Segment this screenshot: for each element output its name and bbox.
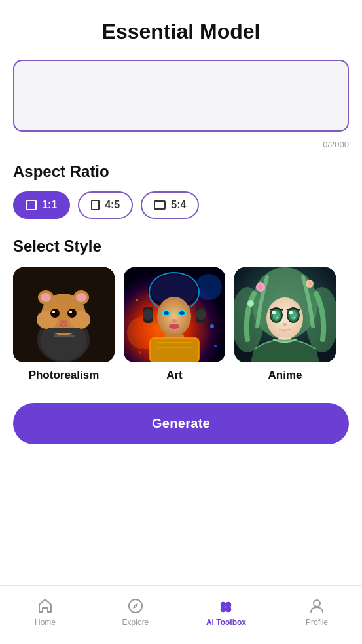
svg-rect-17 — [47, 328, 81, 333]
style-item-anime[interactable]: Anime — [234, 267, 336, 382]
ai-toolbox-nav-label: AI Toolbox — [206, 618, 246, 627]
char-count: 0/2000 — [13, 140, 349, 149]
anime-image — [234, 267, 336, 362]
nav-item-profile[interactable]: Profile — [297, 597, 336, 627]
svg-point-7 — [41, 293, 51, 302]
svg-point-43 — [214, 345, 217, 347]
svg-point-28 — [179, 311, 185, 315]
svg-point-52 — [247, 300, 254, 307]
svg-point-71 — [314, 600, 320, 607]
anime-label: Anime — [268, 369, 302, 382]
style-item-art[interactable]: Art — [124, 267, 225, 382]
svg-point-9 — [76, 293, 86, 302]
aspect-ratio-section: Aspect Ratio 1:1 4:5 5:4 — [13, 162, 349, 237]
style-label: Select Style — [13, 237, 349, 256]
svg-point-31 — [143, 309, 153, 320]
style-item-photorealism[interactable]: Photorealism — [13, 267, 115, 382]
svg-point-60 — [272, 311, 276, 314]
aspect-label-4-5: 4:5 — [105, 199, 120, 211]
svg-point-51 — [308, 282, 312, 286]
aspect-btn-1-1[interactable]: 1:1 — [13, 191, 70, 219]
aspect-btn-5-4[interactable]: 5:4 — [141, 191, 199, 219]
svg-point-11 — [67, 309, 77, 318]
nav-item-explore[interactable]: Explore — [116, 597, 155, 627]
svg-point-24 — [157, 297, 191, 336]
svg-point-13 — [69, 311, 72, 313]
portrait-icon — [91, 200, 100, 210]
landscape-icon — [154, 200, 166, 210]
home-icon — [36, 597, 54, 615]
aspect-ratio-row: 1:1 4:5 5:4 — [13, 191, 349, 219]
svg-point-34 — [169, 324, 179, 329]
svg-point-12 — [52, 311, 55, 313]
user-icon — [308, 597, 326, 615]
svg-point-64 — [283, 323, 287, 326]
svg-rect-16 — [54, 335, 75, 337]
home-nav-label: Home — [35, 618, 56, 627]
aspect-label-1-1: 1:1 — [42, 199, 57, 211]
profile-nav-label: Profile — [306, 618, 328, 627]
svg-point-14 — [60, 320, 67, 325]
nav-item-ai-toolbox[interactable]: AI Toolbox — [206, 597, 246, 627]
art-image — [124, 267, 225, 362]
bottom-nav: Home Explore AI Toolbox — [0, 585, 362, 644]
aspect-label-5-4: 5:4 — [171, 199, 186, 211]
svg-point-69 — [221, 607, 226, 612]
svg-point-61 — [289, 311, 293, 314]
explore-nav-label: Explore — [122, 618, 149, 627]
svg-point-10 — [50, 309, 60, 318]
style-section: Select Style — [13, 237, 349, 403]
svg-rect-36 — [150, 338, 199, 362]
styles-grid: Photorealism — [13, 267, 349, 382]
svg-point-70 — [226, 607, 231, 612]
svg-point-41 — [210, 324, 214, 328]
svg-point-27 — [164, 311, 169, 315]
svg-point-66 — [129, 599, 142, 613]
square-icon — [26, 200, 37, 210]
nav-item-home[interactable]: Home — [26, 597, 65, 627]
svg-point-40 — [136, 299, 138, 301]
svg-point-33 — [172, 319, 177, 323]
prompt-input[interactable] — [13, 60, 349, 132]
aspect-ratio-label: Aspect Ratio — [13, 162, 349, 181]
photorealism-label: Photorealism — [29, 369, 100, 382]
compass-icon — [126, 597, 145, 615]
svg-point-32 — [196, 309, 206, 320]
art-label: Art — [166, 369, 183, 382]
prompt-wrapper — [13, 60, 349, 134]
photorealism-image — [13, 267, 115, 362]
dots-icon — [217, 597, 235, 615]
page-title: Essential Model — [13, 20, 349, 44]
svg-point-63 — [294, 317, 296, 319]
generate-button[interactable]: Generate — [13, 403, 349, 444]
svg-point-62 — [277, 317, 279, 319]
aspect-btn-4-5[interactable]: 4:5 — [78, 191, 133, 219]
svg-point-42 — [139, 351, 141, 354]
svg-point-49 — [258, 284, 263, 290]
